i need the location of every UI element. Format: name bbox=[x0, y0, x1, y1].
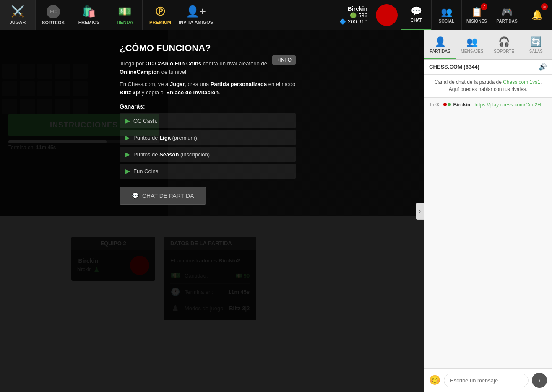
sword-icon: ⚔️ bbox=[11, 5, 24, 18]
modal-title: ¿CÓMO FUNCIONA? bbox=[120, 43, 304, 54]
emoji-button[interactable]: 😊 bbox=[429, 375, 440, 386]
tab-partidas-label: PARTIDAS bbox=[430, 49, 450, 54]
add-friend-icon: 👤+ bbox=[186, 5, 206, 18]
chat-icon: 💬 bbox=[411, 6, 422, 17]
nav-item-invita[interactable]: 👤+ INVITA AMIGOS bbox=[178, 0, 214, 30]
nav-label-chat: CHAT bbox=[411, 18, 422, 23]
chat-channel-header: CHESS.COM (6344) 🔊 bbox=[424, 60, 552, 75]
ganaras-title: Ganarás: bbox=[120, 103, 296, 110]
mensajes-tab-icon: 👥 bbox=[466, 36, 478, 47]
top-navigation: ⚔️ JUGAR FC SORTEOS 🛍️ PREMIOS 💵 TIENDA … bbox=[0, 0, 552, 30]
soporte-tab-icon: 🎧 bbox=[498, 36, 510, 47]
tab-salas-label: SALAS bbox=[529, 49, 543, 54]
nav-item-premium[interactable]: Ⓟ PREMIUM bbox=[143, 0, 178, 30]
reward-text-1: OC Cash. bbox=[133, 118, 157, 124]
user-dots bbox=[443, 102, 451, 106]
nav-item-alerts[interactable]: 🔔 5 bbox=[522, 0, 552, 30]
reward-liga[interactable]: ▶ Puntos de Liga (premium). bbox=[120, 130, 296, 145]
message-username: Birckin: bbox=[453, 102, 472, 108]
tab-mensajes[interactable]: 👥 MENSAJES bbox=[456, 30, 488, 59]
social-icon: 👥 bbox=[441, 7, 452, 18]
arrow-icon-3: ▶ bbox=[125, 151, 130, 158]
coins-row-green: 🟢 536 bbox=[350, 12, 367, 18]
nav-label-tienda: TIENDA bbox=[116, 20, 133, 25]
money-icon: 💵 bbox=[118, 5, 131, 18]
user-area: Birckin 🟢 536 🔷 200.910 💬 CHAT 👥 SOCIAL bbox=[334, 0, 552, 30]
tab-mensajes-label: MENSAJES bbox=[461, 49, 483, 54]
nav-label-partidas: PARTIDAS bbox=[496, 19, 517, 23]
chat-messages: 15:03 Birckin: https://play.chess.com/Cq… bbox=[424, 98, 552, 368]
message-link[interactable]: https://play.chess.com/Cqu2H bbox=[474, 102, 541, 108]
tab-salas[interactable]: 🔄 SALAS bbox=[520, 30, 552, 59]
arrow-icon-2: ▶ bbox=[125, 134, 130, 141]
nav-label-misiones: MISIONES bbox=[466, 19, 487, 23]
chat-input[interactable] bbox=[444, 374, 529, 387]
channel-name: CHESS.COM (6344) bbox=[429, 64, 479, 70]
nav-item-social[interactable]: 👥 SOCIAL bbox=[431, 0, 461, 30]
chat-input-area: 😊 › bbox=[424, 368, 552, 392]
nav-label-jugar: JUGAR bbox=[10, 20, 26, 25]
coins-blue-value: 200.910 bbox=[348, 18, 367, 25]
fc-icon: FC bbox=[47, 5, 60, 18]
user-info: Birckin 🟢 536 🔷 200.910 bbox=[334, 5, 372, 25]
send-button[interactable]: › bbox=[532, 373, 547, 388]
right-chat-panel: › 👤 PARTIDAS 👥 MENSAJES 🎧 SOPORTE 🔄 SALA… bbox=[424, 30, 552, 392]
reward-text-4: Fun Coins. bbox=[133, 168, 160, 174]
chess-chat-link[interactable]: Chess.com 1vs1 bbox=[503, 79, 540, 85]
coin-blue-icon: 🔷 bbox=[339, 18, 346, 25]
arrow-icon-1: ▶ bbox=[125, 117, 130, 124]
reward-season[interactable]: ▶ Puntos de Season (inscripción). bbox=[120, 147, 296, 162]
tab-soporte[interactable]: 🎧 SOPORTE bbox=[488, 30, 520, 59]
nav-label-premium: PREMIUM bbox=[149, 20, 171, 25]
chevron-right-icon: › bbox=[419, 208, 421, 214]
modal-info-button[interactable]: +INFO bbox=[272, 55, 296, 65]
nav-item-sorteos[interactable]: FC SORTEOS bbox=[36, 0, 71, 30]
chess-link[interactable]: Chess.com bbox=[128, 81, 155, 87]
dot-red-icon bbox=[443, 103, 447, 106]
nav-label-premios: PREMIOS bbox=[78, 20, 100, 25]
message-time: 15:03 bbox=[429, 102, 441, 107]
premium-icon: Ⓟ bbox=[156, 5, 165, 18]
reward-oc-cash[interactable]: ▶ OC Cash. bbox=[120, 113, 296, 128]
nav-item-premios[interactable]: 🛍️ PREMIOS bbox=[71, 0, 107, 30]
volume-icon[interactable]: 🔊 bbox=[539, 63, 547, 71]
nav-label-social: SOCIAL bbox=[439, 19, 455, 23]
nav-item-tienda[interactable]: 💵 TIENDA bbox=[107, 0, 143, 30]
partidas-tab-icon: 👤 bbox=[435, 36, 446, 47]
nav-item-partidas[interactable]: 🎮 PARTIDAS bbox=[492, 0, 522, 30]
nav-item-jugar[interactable]: ⚔️ JUGAR bbox=[0, 0, 36, 30]
main-content: INSTRUCCIONES Termina en: 11m 45s 🟢 OC 💵 bbox=[0, 30, 424, 392]
chat-partida-button[interactable]: 💬 CHAT DE PARTIDA bbox=[120, 187, 206, 205]
chat-icon-btn: 💬 bbox=[132, 192, 139, 199]
coin-green-icon: 🟢 bbox=[350, 12, 357, 18]
bag-icon: 🛍️ bbox=[82, 5, 96, 18]
username: Birckin bbox=[348, 5, 367, 12]
partidas-icon: 🎮 bbox=[501, 7, 513, 18]
modal-desc-1: Juega por OC Cash o Fun Coins contra un … bbox=[120, 60, 296, 76]
send-icon: › bbox=[538, 376, 540, 384]
nav-label-invita: INVITA AMIGOS bbox=[179, 20, 213, 25]
nav-item-chat[interactable]: 💬 CHAT bbox=[401, 0, 431, 30]
tab-partidas[interactable]: 👤 PARTIDAS bbox=[424, 30, 456, 59]
reward-text-2: Puntos de Liga (premium). bbox=[133, 135, 198, 141]
coins-row-blue: 🔷 200.910 bbox=[339, 18, 367, 25]
salas-tab-icon: 🔄 bbox=[530, 36, 542, 47]
reward-fun-coins[interactable]: ▶ Fun Coins. bbox=[120, 164, 296, 179]
misiones-badge: 7 bbox=[481, 3, 487, 10]
modal-content: ¿CÓMO FUNCIONA? +INFO Juega por OC Cash … bbox=[120, 43, 304, 205]
chat-partida-label: CHAT DE PARTIDA bbox=[142, 192, 194, 199]
reward-text-3: Puntos de Season (inscripción). bbox=[133, 151, 211, 158]
bell-icon: 🔔 bbox=[531, 10, 543, 21]
chat-description: Canal de chat de la partida de Chess.com… bbox=[424, 75, 552, 98]
alerts-badge: 5 bbox=[541, 3, 548, 10]
user-avatar[interactable] bbox=[376, 4, 398, 26]
modal-overlay: ¿CÓMO FUNCIONA? +INFO Juega por OC Cash … bbox=[0, 30, 424, 392]
dot-green-icon bbox=[448, 103, 451, 106]
collapse-button[interactable]: › bbox=[416, 203, 424, 220]
modal-desc-2: En Chess.com, ve a Jugar, crea una Parti… bbox=[120, 80, 296, 96]
nav-item-misiones[interactable]: 📋 MISIONES 7 bbox=[461, 0, 492, 30]
tab-soporte-label: SOPORTE bbox=[494, 49, 514, 54]
coins-green-value: 536 bbox=[358, 12, 367, 18]
chat-tabs: 👤 PARTIDAS 👥 MENSAJES 🎧 SOPORTE 🔄 SALAS bbox=[424, 30, 552, 60]
nav-label-sorteos: SORTEOS bbox=[42, 20, 65, 25]
